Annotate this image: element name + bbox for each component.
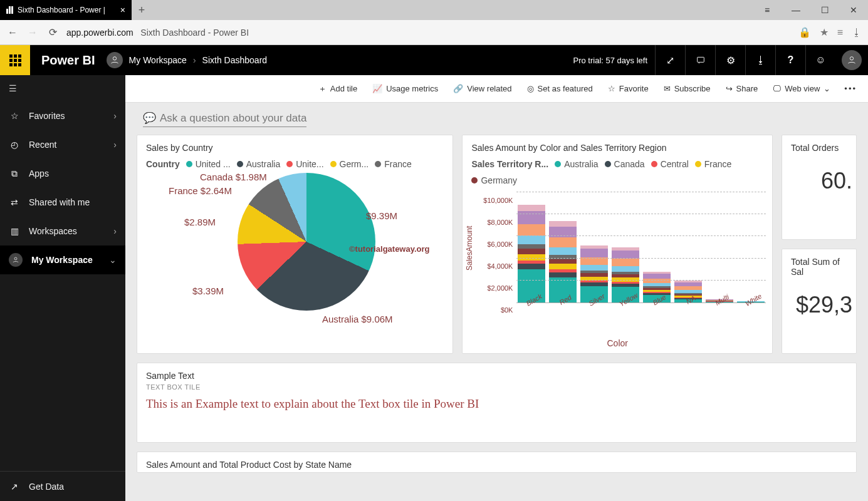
svg-rect-1 (697, 57, 704, 62)
nav-workspaces[interactable]: ▥ Workspaces › (0, 217, 125, 245)
nav-label: Shared with me (29, 197, 90, 207)
view-related-button[interactable]: 🔗View related (447, 80, 518, 97)
notifications-button[interactable] (685, 45, 715, 75)
tile-sales-by-country[interactable]: Sales by Country Country United ... Aust… (137, 135, 453, 354)
set-featured-button[interactable]: ◎Set as featured (521, 80, 599, 97)
tile-title: Sales by Country (137, 135, 452, 155)
tile-title: Total Sum of Sal (782, 249, 856, 279)
brand-label: Power BI (30, 53, 107, 68)
reading-list-icon[interactable]: ≡ (837, 27, 843, 38)
plus-icon: ＋ (318, 83, 327, 95)
dashboard-toolbar: ＋Add tile 📈Usage metrics 🔗View related ◎… (125, 75, 868, 103)
legend-dot (375, 161, 381, 167)
new-tab-button[interactable]: + (132, 0, 152, 20)
tile-sales-by-color[interactable]: Sales Amount by Color and Sales Territor… (462, 135, 773, 354)
bar-legend: Sales Territory R... Australia Canada Ce… (463, 155, 772, 189)
card-value: $29,3 (782, 279, 856, 318)
nav-shared[interactable]: ⇄ Shared with me (0, 188, 125, 217)
star-icon: ☆ (608, 84, 615, 93)
main-area: ＋Add tile 📈Usage metrics 🔗View related ◎… (125, 75, 868, 501)
window-titlebar: Sixth Dashboard - Power | × + ≡ — ☐ ✕ (0, 0, 868, 20)
legend-dot (237, 161, 243, 167)
tile-title: Total Orders (782, 135, 856, 155)
tab-close-icon[interactable]: × (120, 5, 125, 15)
nav-recent[interactable]: ◴ Recent › (0, 130, 125, 159)
tile-sales-by-state[interactable]: Sales Amount and Total Product Cost by S… (137, 452, 857, 473)
window-maximize-icon[interactable]: ☐ (810, 0, 839, 20)
workspaces-icon: ▥ (9, 226, 20, 236)
tile-title: Sales Amount and Total Product Cost by S… (137, 452, 856, 472)
get-data-button[interactable]: ↗ Get Data (0, 471, 125, 501)
nav-label: Apps (29, 168, 49, 178)
star-icon: ☆ (9, 111, 20, 121)
add-tile-button[interactable]: ＋Add tile (312, 80, 363, 98)
download-button[interactable]: ⭳ (745, 45, 775, 75)
nav-apps[interactable]: ⧉ Apps (0, 159, 125, 188)
pbi-header: Power BI My Workspace › Sixth Dashboard … (0, 45, 868, 75)
card-value: 60. (782, 155, 856, 194)
tile-title: Sales Amount by Color and Sales Territor… (463, 135, 772, 155)
left-nav: ☰ ☆ Favorites › ◴ Recent › ⧉ Apps ⇄ Shar… (0, 75, 125, 501)
favorite-icon[interactable]: ★ (820, 26, 829, 38)
qa-input[interactable]: 💬Ask a question about your data (125, 103, 868, 128)
tile-total-sum-sales[interactable]: Total Sum of Sal $29,3 (782, 249, 857, 354)
related-icon: 🔗 (453, 84, 463, 93)
app-launcher-button[interactable] (0, 45, 30, 75)
tile-textbox[interactable]: Sample Text TEXT BOX TILE This is an Exa… (137, 363, 857, 443)
user-avatar[interactable] (842, 50, 862, 70)
tile-total-orders[interactable]: Total Orders 60. (782, 135, 857, 240)
chart-icon: 📈 (372, 84, 382, 93)
tile-subtitle: TEXT BOX TILE (137, 383, 856, 395)
breadcrumb-workspace[interactable]: My Workspace (129, 55, 187, 65)
fullscreen-button[interactable]: ⤢ (655, 45, 685, 75)
window-minimize-icon[interactable]: — (782, 0, 810, 20)
url-display[interactable]: app.powerbi.com Sixth Dashboard - Power … (66, 28, 249, 38)
lock-icon: 🔒 (798, 26, 811, 38)
browser-address-bar: ← → ⟳ app.powerbi.com Sixth Dashboard - … (0, 20, 868, 45)
web-view-dropdown[interactable]: 🖵Web view ⌄ (766, 80, 837, 97)
help-button[interactable]: ? (775, 45, 805, 75)
nav-collapse-button[interactable]: ☰ (0, 75, 125, 101)
more-options-button[interactable]: ••• (839, 80, 862, 97)
breadcrumb: My Workspace › Sixth Dashboard (107, 52, 268, 68)
badge-icon: ◎ (527, 84, 534, 93)
get-data-icon: ↗ (9, 482, 20, 492)
nav-favorites[interactable]: ☆ Favorites › (0, 101, 125, 130)
subscribe-button[interactable]: ✉Subscribe (657, 80, 717, 97)
svg-point-3 (14, 257, 17, 260)
svg-point-2 (850, 57, 853, 60)
svg-point-0 (113, 57, 116, 60)
settings-button[interactable]: ⚙ (715, 45, 745, 75)
share-button[interactable]: ↪Share (719, 80, 765, 97)
nav-label: Favorites (29, 111, 65, 121)
chevron-right-icon: › (193, 55, 196, 65)
forward-button: → (26, 27, 39, 38)
clock-icon: ◴ (9, 140, 20, 150)
mail-icon: ✉ (664, 84, 671, 93)
pie-legend: Country United ... Australia Unite... Ge… (137, 155, 452, 173)
download-icon[interactable]: ⭳ (852, 27, 862, 38)
textbox-body: This is an Example text to explain about… (137, 395, 856, 417)
browser-menu-icon[interactable]: ≡ (753, 0, 782, 20)
legend-dot (330, 161, 337, 167)
window-close-icon[interactable]: ✕ (839, 0, 868, 20)
tab-title: Sixth Dashboard - Power | (18, 6, 105, 14)
powerbi-icon (6, 6, 14, 14)
share-icon: ⇄ (9, 197, 20, 207)
usage-metrics-button[interactable]: 📈Usage metrics (366, 80, 444, 97)
feedback-button[interactable]: ☺ (805, 45, 835, 75)
chevron-right-icon: › (113, 111, 117, 121)
chevron-down-icon: ⌄ (109, 255, 117, 265)
nav-label: My Workspace (31, 255, 93, 265)
refresh-button[interactable]: ⟳ (46, 26, 59, 38)
chevron-down-icon: ⌄ (824, 84, 830, 93)
nav-my-workspace[interactable]: My Workspace ⌄ (0, 245, 125, 274)
legend-dot (286, 161, 293, 167)
person-icon (9, 253, 23, 267)
browser-tab[interactable]: Sixth Dashboard - Power | × (0, 0, 132, 20)
favorite-button[interactable]: ☆Favorite (602, 80, 655, 97)
back-button[interactable]: ← (6, 27, 19, 38)
tile-title: Sample Text (137, 363, 856, 383)
chevron-right-icon: › (113, 140, 117, 150)
trial-status: Pro trial: 57 days left (573, 56, 656, 65)
